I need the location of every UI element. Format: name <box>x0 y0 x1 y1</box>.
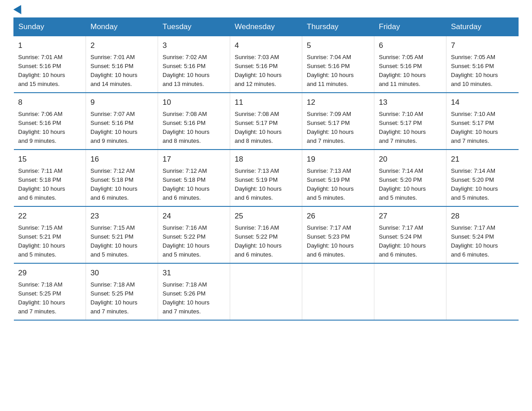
calendar-cell: 20 Sunrise: 7:14 AMSunset: 5:20 PMDaylig… <box>374 150 446 206</box>
logo <box>13 9 24 13</box>
day-info: Sunrise: 7:08 AMSunset: 5:17 PMDaylight:… <box>235 110 297 146</box>
calendar-cell: 27 Sunrise: 7:17 AMSunset: 5:24 PMDaylig… <box>374 206 446 263</box>
calendar-cell: 8 Sunrise: 7:06 AMSunset: 5:16 PMDayligh… <box>14 93 86 150</box>
calendar-cell: 13 Sunrise: 7:10 AMSunset: 5:17 PMDaylig… <box>374 93 446 150</box>
day-info: Sunrise: 7:10 AMSunset: 5:17 PMDaylight:… <box>451 110 514 146</box>
day-number: 12 <box>307 97 369 108</box>
header-tuesday: Tuesday <box>158 18 230 36</box>
day-number: 6 <box>379 40 442 51</box>
day-number: 30 <box>90 267 153 279</box>
day-number: 8 <box>18 97 82 108</box>
day-number: 26 <box>307 210 369 222</box>
day-number: 25 <box>235 210 297 222</box>
calendar-cell: 23 Sunrise: 7:15 AMSunset: 5:21 PMDaylig… <box>86 206 158 263</box>
calendar-cell: 3 Sunrise: 7:02 AMSunset: 5:16 PMDayligh… <box>158 36 230 93</box>
day-info: Sunrise: 7:10 AMSunset: 5:17 PMDaylight:… <box>379 110 442 146</box>
day-info: Sunrise: 7:05 AMSunset: 5:16 PMDaylight:… <box>451 53 514 89</box>
day-info: Sunrise: 7:18 AMSunset: 5:26 PMDaylight:… <box>163 280 225 317</box>
day-info: Sunrise: 7:17 AMSunset: 5:24 PMDaylight:… <box>379 223 442 260</box>
day-info: Sunrise: 7:14 AMSunset: 5:20 PMDaylight:… <box>451 167 514 203</box>
calendar-cell: 1 Sunrise: 7:01 AMSunset: 5:16 PMDayligh… <box>14 36 86 93</box>
calendar-cell: 11 Sunrise: 7:08 AMSunset: 5:17 PMDaylig… <box>230 93 302 150</box>
day-info: Sunrise: 7:01 AMSunset: 5:16 PMDaylight:… <box>90 53 153 89</box>
day-info: Sunrise: 7:11 AMSunset: 5:18 PMDaylight:… <box>18 167 82 203</box>
day-info: Sunrise: 7:01 AMSunset: 5:16 PMDaylight:… <box>18 53 82 89</box>
calendar-cell: 7 Sunrise: 7:05 AMSunset: 5:16 PMDayligh… <box>446 36 519 93</box>
calendar-week-row: 8 Sunrise: 7:06 AMSunset: 5:16 PMDayligh… <box>14 93 519 150</box>
day-number: 11 <box>235 97 297 108</box>
calendar-cell: 16 Sunrise: 7:12 AMSunset: 5:18 PMDaylig… <box>86 150 158 206</box>
day-info: Sunrise: 7:17 AMSunset: 5:23 PMDaylight:… <box>307 223 369 260</box>
day-number: 5 <box>307 40 369 51</box>
day-info: Sunrise: 7:03 AMSunset: 5:16 PMDaylight:… <box>235 53 297 89</box>
calendar-cell: 14 Sunrise: 7:10 AMSunset: 5:17 PMDaylig… <box>446 93 519 150</box>
calendar-cell: 22 Sunrise: 7:15 AMSunset: 5:21 PMDaylig… <box>14 206 86 263</box>
header-wednesday: Wednesday <box>230 18 302 36</box>
day-info: Sunrise: 7:18 AMSunset: 5:25 PMDaylight:… <box>90 280 153 317</box>
day-number: 4 <box>235 40 297 51</box>
day-number: 27 <box>379 210 442 222</box>
day-number: 1 <box>18 40 82 51</box>
calendar-cell: 31 Sunrise: 7:18 AMSunset: 5:26 PMDaylig… <box>158 263 230 320</box>
calendar-cell: 26 Sunrise: 7:17 AMSunset: 5:23 PMDaylig… <box>302 206 374 263</box>
day-number: 15 <box>18 154 82 165</box>
calendar-table: SundayMondayTuesdayWednesdayThursdayFrid… <box>13 17 519 321</box>
day-number: 19 <box>307 154 369 165</box>
day-info: Sunrise: 7:06 AMSunset: 5:16 PMDaylight:… <box>18 110 82 146</box>
calendar-week-row: 15 Sunrise: 7:11 AMSunset: 5:18 PMDaylig… <box>14 150 519 206</box>
day-number: 7 <box>451 40 514 51</box>
day-info: Sunrise: 7:05 AMSunset: 5:16 PMDaylight:… <box>379 53 442 89</box>
day-number: 17 <box>163 154 225 165</box>
calendar-cell: 5 Sunrise: 7:04 AMSunset: 5:16 PMDayligh… <box>302 36 374 93</box>
calendar-cell <box>374 263 446 320</box>
logo-text <box>13 9 24 15</box>
day-number: 21 <box>451 154 514 165</box>
day-info: Sunrise: 7:08 AMSunset: 5:16 PMDaylight:… <box>163 110 225 146</box>
header-monday: Monday <box>86 18 158 36</box>
day-number: 3 <box>163 40 225 51</box>
calendar-cell: 29 Sunrise: 7:18 AMSunset: 5:25 PMDaylig… <box>14 263 86 320</box>
day-number: 13 <box>379 97 442 108</box>
calendar-cell: 15 Sunrise: 7:11 AMSunset: 5:18 PMDaylig… <box>14 150 86 206</box>
day-number: 28 <box>451 210 514 222</box>
header-friday: Friday <box>374 18 446 36</box>
page-header <box>13 9 519 13</box>
calendar-cell: 12 Sunrise: 7:09 AMSunset: 5:17 PMDaylig… <box>302 93 374 150</box>
calendar-cell: 4 Sunrise: 7:03 AMSunset: 5:16 PMDayligh… <box>230 36 302 93</box>
day-number: 14 <box>451 97 514 108</box>
calendar-cell: 17 Sunrise: 7:12 AMSunset: 5:18 PMDaylig… <box>158 150 230 206</box>
day-info: Sunrise: 7:13 AMSunset: 5:19 PMDaylight:… <box>307 167 369 203</box>
header-sunday: Sunday <box>14 18 86 36</box>
calendar-header-row: SundayMondayTuesdayWednesdayThursdayFrid… <box>14 18 519 36</box>
day-number: 18 <box>235 154 297 165</box>
header-saturday: Saturday <box>446 18 519 36</box>
day-info: Sunrise: 7:16 AMSunset: 5:22 PMDaylight:… <box>163 223 225 260</box>
day-info: Sunrise: 7:13 AMSunset: 5:19 PMDaylight:… <box>235 167 297 203</box>
day-number: 22 <box>18 210 82 222</box>
day-info: Sunrise: 7:14 AMSunset: 5:20 PMDaylight:… <box>379 167 442 203</box>
calendar-cell: 2 Sunrise: 7:01 AMSunset: 5:16 PMDayligh… <box>86 36 158 93</box>
calendar-cell: 21 Sunrise: 7:14 AMSunset: 5:20 PMDaylig… <box>446 150 519 206</box>
calendar-cell: 18 Sunrise: 7:13 AMSunset: 5:19 PMDaylig… <box>230 150 302 206</box>
day-info: Sunrise: 7:07 AMSunset: 5:16 PMDaylight:… <box>90 110 153 146</box>
day-number: 16 <box>90 154 153 165</box>
calendar-cell <box>446 263 519 320</box>
day-info: Sunrise: 7:02 AMSunset: 5:16 PMDaylight:… <box>163 53 225 89</box>
day-number: 9 <box>90 97 153 108</box>
day-number: 2 <box>90 40 153 51</box>
calendar-cell <box>302 263 374 320</box>
day-info: Sunrise: 7:09 AMSunset: 5:17 PMDaylight:… <box>307 110 369 146</box>
calendar-week-row: 1 Sunrise: 7:01 AMSunset: 5:16 PMDayligh… <box>14 36 519 93</box>
calendar-cell: 9 Sunrise: 7:07 AMSunset: 5:16 PMDayligh… <box>86 93 158 150</box>
calendar-cell: 24 Sunrise: 7:16 AMSunset: 5:22 PMDaylig… <box>158 206 230 263</box>
calendar-cell: 19 Sunrise: 7:13 AMSunset: 5:19 PMDaylig… <box>302 150 374 206</box>
header-thursday: Thursday <box>302 18 374 36</box>
day-info: Sunrise: 7:12 AMSunset: 5:18 PMDaylight:… <box>90 167 153 203</box>
day-number: 23 <box>90 210 153 222</box>
day-info: Sunrise: 7:18 AMSunset: 5:25 PMDaylight:… <box>18 280 82 317</box>
calendar-cell: 30 Sunrise: 7:18 AMSunset: 5:25 PMDaylig… <box>86 263 158 320</box>
calendar-week-row: 29 Sunrise: 7:18 AMSunset: 5:25 PMDaylig… <box>14 263 519 320</box>
day-number: 31 <box>163 267 225 279</box>
day-number: 24 <box>163 210 225 222</box>
day-number: 10 <box>163 97 225 108</box>
